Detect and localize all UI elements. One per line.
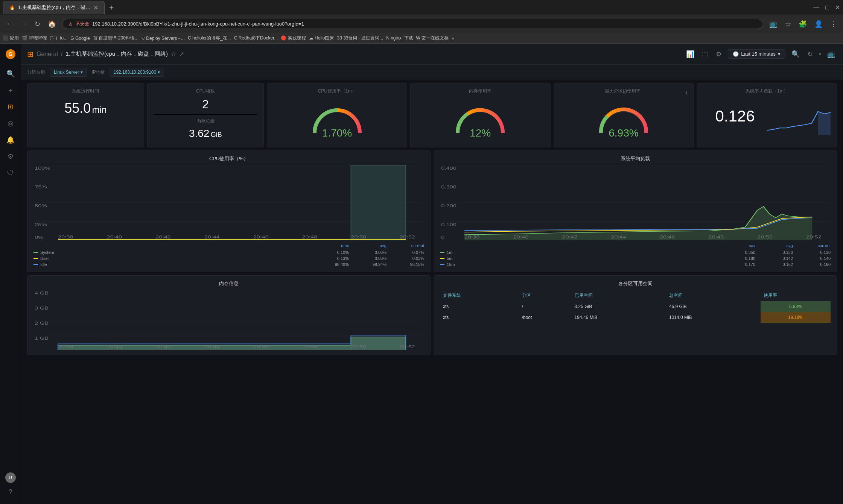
search-time-button[interactable]: 🔍 — [790, 49, 801, 60]
svg-text:20:46: 20:46 — [660, 235, 675, 239]
svg-text:1 GB: 1 GB — [35, 336, 49, 340]
svg-text:20:38: 20:38 — [58, 235, 73, 239]
svg-text:20:40: 20:40 — [107, 345, 122, 349]
cpu-chart-title: CPU使用率（%） — [33, 155, 424, 162]
bookmark-apps[interactable]: ⬛ 应用 — [3, 35, 19, 41]
bookmark-yuanyi-docs[interactable]: W 玄一在线文档 — [416, 35, 449, 41]
disk-usage-value: 6.93% — [609, 127, 638, 139]
sidebar-item-settings[interactable]: ⚙ — [3, 149, 18, 164]
maximize-button[interactable]: □ — [825, 4, 829, 11]
back-button[interactable]: ← — [5, 18, 14, 29]
fs-usage-text-1: 19.18% — [764, 315, 828, 320]
sidebar-item-shield[interactable]: 🛡 — [3, 165, 18, 181]
share-icon[interactable]: ↗ — [179, 50, 184, 58]
bookmark-hellolcr[interactable]: C hellolcr的博客_在... — [188, 35, 231, 41]
cast-button[interactable]: 📺 — [768, 18, 779, 30]
disk-gauge: 6.93% — [560, 97, 688, 143]
svg-text:20:50: 20:50 — [351, 345, 366, 349]
load-chart-area: 0.400 0.300 0.200 0.100 0 — [440, 165, 831, 240]
new-tab-button[interactable]: ＋ — [108, 2, 115, 12]
svg-text:20:50: 20:50 — [351, 235, 366, 239]
fs-partition-0: / — [519, 301, 572, 312]
bookmark-nginx[interactable]: N nginx: 下载 — [386, 35, 413, 41]
memory-chart-panel: 内存信息 4 GB 3 GB 2 GB 1 GB — [27, 275, 431, 355]
bookmark-33-lyrics[interactable]: 33 33台词 - 通过台词... — [337, 35, 383, 41]
info-icon[interactable]: ℹ — [685, 90, 687, 96]
clock-icon: 🕐 — [733, 51, 739, 57]
svg-text:100%: 100% — [35, 166, 50, 170]
main-content: ⊞ General / 1.主机基础监控(cpu，内存，磁盘，网络) ☆ ↗ 📊… — [21, 44, 843, 504]
memory-gauge: 12% — [417, 97, 544, 143]
15m-current: 0.160 — [808, 262, 831, 267]
cpu-avg-header: avg — [364, 243, 387, 248]
user-avatar[interactable]: U — [5, 472, 16, 483]
cpu-chart-svg: 100% 75% 50% 25% 0% — [33, 165, 424, 240]
minimize-button[interactable]: — — [813, 4, 819, 11]
profile-button[interactable]: 👤 — [813, 18, 824, 30]
bookmark-hello-image[interactable]: ☁ Hello图床 — [309, 35, 334, 41]
table-row: xfs / 3.25 GiB 46.9 GiB 6.93% — [440, 301, 831, 312]
sidebar-item-explore[interactable]: ◎ — [3, 116, 18, 131]
fs-usage-1: 19.18% — [761, 312, 831, 323]
settings-button[interactable]: ⚙ — [714, 49, 723, 60]
col-usage[interactable]: 使用率 — [761, 290, 831, 301]
time-range-selector[interactable]: 🕐 Last 15 minutes ▾ — [728, 49, 785, 59]
bookmark-bilibili[interactable]: 🎬 哔哩哔哩（"-'）tu... — [22, 35, 67, 41]
bottom-row: 内存信息 4 GB 3 GB 2 GB 1 GB — [27, 275, 837, 355]
cpu-chart-area: 100% 75% 50% 25% 0% — [33, 165, 424, 240]
extensions-button[interactable]: 🧩 — [797, 18, 808, 30]
bookmark-star-button[interactable]: ☆ — [784, 18, 793, 30]
panel-button[interactable]: ⬚ — [700, 49, 710, 60]
legend-row-1m: 1m 0.350 0.130 0.130 — [440, 249, 831, 255]
bookmark-google[interactable]: G Google — [70, 36, 90, 41]
close-button[interactable]: ✕ — [835, 4, 840, 11]
legend-row-5m: 5m 0.180 0.142 0.140 — [440, 255, 831, 261]
disk-usage-title: 最大分区(/)使用率 — [560, 88, 686, 94]
col-total[interactable]: 总空间 — [666, 290, 761, 301]
active-tab[interactable]: 🔥 1.主机基础监控(cpu，内存，磁… ✕ — [3, 1, 105, 14]
breadcrumb: ⊞ General / 1.主机基础监控(cpu，内存，磁盘，网络) ☆ ↗ — [27, 50, 184, 59]
star-icon[interactable]: ☆ — [171, 50, 176, 58]
sidebar-item-help[interactable]: ? — [3, 484, 18, 499]
col-used[interactable]: 已用空间 — [572, 290, 666, 301]
sidebar-item-new[interactable]: ＋ — [3, 83, 18, 98]
svg-text:20:46: 20:46 — [253, 345, 269, 349]
forward-button[interactable]: → — [19, 18, 29, 29]
bookmark-baidu-translate[interactable]: 百 百度翻译-200种语... — [93, 35, 138, 41]
bookmark-redhat-docker[interactable]: C Redhat8下Docker... — [234, 35, 278, 41]
col-partition[interactable]: 分区 — [519, 290, 572, 301]
bookmark-deploy-servers[interactable]: ▽ Deploy Servers - ... — [142, 36, 185, 41]
idle-avg: 98.24% — [364, 262, 387, 267]
user-avg: 0.08% — [364, 256, 387, 261]
col-fs[interactable]: 文件系统 — [440, 290, 519, 301]
tv-mode-button[interactable]: 📺 — [826, 49, 837, 60]
bookmark-practice[interactable]: 🔴 实践课程 — [281, 35, 306, 41]
group-chevron-icon: ▾ — [81, 70, 83, 75]
menu-button[interactable]: ⋮ — [829, 18, 838, 30]
reload-button[interactable]: ↻ — [33, 18, 42, 30]
refresh-button[interactable]: ↻ — [806, 49, 814, 60]
tab-close-button[interactable]: ✕ — [93, 4, 98, 11]
grafana-logo[interactable]: G — [3, 47, 18, 62]
bookmark-more[interactable]: » — [452, 36, 454, 41]
memory-usage-panel: 内存使用率 — [410, 83, 551, 147]
svg-text:20:42: 20:42 — [155, 235, 171, 239]
visualization-button[interactable]: 📊 — [685, 49, 696, 60]
svg-text:0.400: 0.400 — [441, 166, 456, 170]
address-bar[interactable]: ⚠ 不安全 192.168.10.202:3000/d/Bkl9bBYik/1-… — [62, 19, 763, 29]
home-button[interactable]: 🏠 — [46, 18, 58, 30]
svg-text:2 GB: 2 GB — [35, 321, 49, 325]
group-filter-selector[interactable]: Linux Server ▾ — [50, 68, 87, 77]
refresh-chevron[interactable]: ▾ — [819, 52, 821, 57]
breadcrumb-separator: / — [61, 51, 62, 58]
user-current: 0.03% — [402, 256, 424, 261]
user-legend-label: User — [40, 256, 49, 261]
system-legend-label: System — [40, 250, 54, 255]
breadcrumb-general[interactable]: General — [37, 51, 58, 58]
uptime-value: 55.0 — [64, 100, 91, 116]
ip-filter-selector[interactable]: 192.168.10.203:9100 ▾ — [110, 68, 164, 77]
sidebar-item-dashboards[interactable]: ⊞ — [3, 99, 18, 114]
sidebar-item-search[interactable]: 🔍 — [3, 66, 18, 81]
sidebar: G 🔍 ＋ ⊞ ◎ 🔔 ⚙ 🛡 U ? — [0, 44, 21, 504]
sidebar-item-alerting[interactable]: 🔔 — [3, 132, 18, 147]
